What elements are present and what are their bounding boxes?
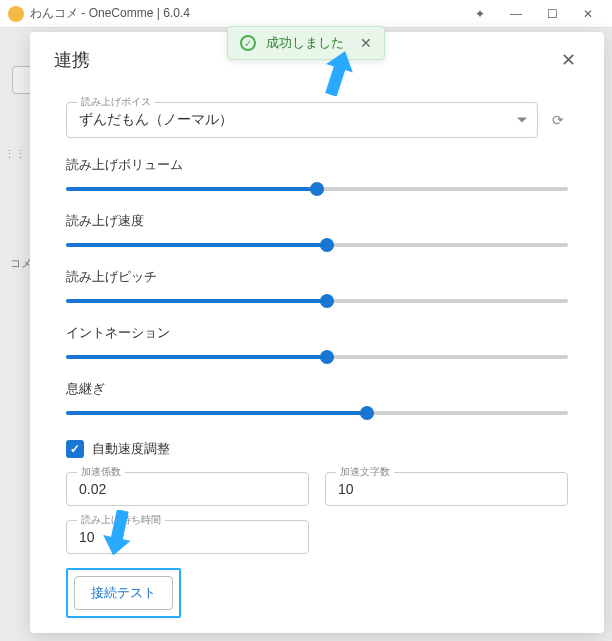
slider-pitch: 読み上げピッチ bbox=[66, 268, 568, 310]
auto-speed-checkbox[interactable]: ✓ bbox=[66, 440, 84, 458]
input-value: 10 bbox=[79, 529, 95, 545]
input-value: 0.02 bbox=[79, 481, 106, 497]
breath-slider[interactable] bbox=[66, 404, 568, 422]
pin-icon[interactable]: ✦ bbox=[464, 4, 496, 24]
input-label: 加速係数 bbox=[77, 465, 125, 479]
annotation-arrow-button bbox=[98, 510, 138, 556]
input-label: 加速文字数 bbox=[336, 465, 394, 479]
close-window-button[interactable]: ✕ bbox=[572, 4, 604, 24]
voice-select-value: ずんだもん（ノーマル） bbox=[79, 111, 233, 127]
slider-label: 読み上げピッチ bbox=[66, 268, 568, 286]
connection-test-button[interactable]: 接続テスト bbox=[74, 576, 173, 610]
speed-slider[interactable] bbox=[66, 236, 568, 254]
auto-speed-label: 自動速度調整 bbox=[92, 440, 170, 458]
volume-slider[interactable] bbox=[66, 180, 568, 198]
window-controls: ✦ — ☐ ✕ bbox=[464, 4, 604, 24]
voice-select-row: 読み上げボイス ずんだもん（ノーマル） ⟳ bbox=[66, 102, 568, 138]
accel-row: 加速係数 0.02 加速文字数 10 bbox=[66, 472, 568, 506]
input-value: 10 bbox=[338, 481, 354, 497]
pitch-slider[interactable] bbox=[66, 292, 568, 310]
annotation-arrow-toast bbox=[318, 50, 358, 96]
refresh-icon[interactable]: ⟳ bbox=[548, 108, 568, 132]
accel-chars-input[interactable]: 加速文字数 10 bbox=[325, 472, 568, 506]
slider-breath: 息継ぎ bbox=[66, 380, 568, 422]
slider-volume: 読み上げボリューム bbox=[66, 156, 568, 198]
intonation-slider[interactable] bbox=[66, 348, 568, 366]
slider-label: 息継ぎ bbox=[66, 380, 568, 398]
modal-close-button[interactable]: ✕ bbox=[556, 48, 580, 72]
window-title: わんコメ - OneComme | 6.0.4 bbox=[30, 5, 464, 22]
modal-title: 連携 bbox=[54, 48, 90, 72]
slider-intonation: イントネーション bbox=[66, 324, 568, 366]
minimize-button[interactable]: — bbox=[500, 4, 532, 24]
window-titlebar: わんコメ - OneComme | 6.0.4 ✦ — ☐ ✕ bbox=[0, 0, 612, 28]
accel-factor-input[interactable]: 加速係数 0.02 bbox=[66, 472, 309, 506]
slider-speed: 読み上げ速度 bbox=[66, 212, 568, 254]
app-icon bbox=[8, 6, 24, 22]
toast-close-button[interactable]: ✕ bbox=[360, 35, 372, 51]
chevron-down-icon bbox=[517, 118, 527, 123]
check-icon: ✓ bbox=[240, 35, 256, 51]
voice-select[interactable]: 読み上げボイス ずんだもん（ノーマル） bbox=[66, 102, 538, 138]
test-button-highlight: 接続テスト bbox=[66, 568, 181, 618]
slider-label: 読み上げ速度 bbox=[66, 212, 568, 230]
auto-speed-row: ✓ 自動速度調整 bbox=[66, 440, 568, 458]
voice-select-label: 読み上げボイス bbox=[77, 95, 155, 109]
slider-label: イントネーション bbox=[66, 324, 568, 342]
success-toast: ✓ 成功しました ✕ bbox=[227, 26, 385, 60]
wait-row: 読み上げ待ち時間 10 bbox=[66, 520, 568, 554]
maximize-button[interactable]: ☐ bbox=[536, 4, 568, 24]
slider-label: 読み上げボリューム bbox=[66, 156, 568, 174]
